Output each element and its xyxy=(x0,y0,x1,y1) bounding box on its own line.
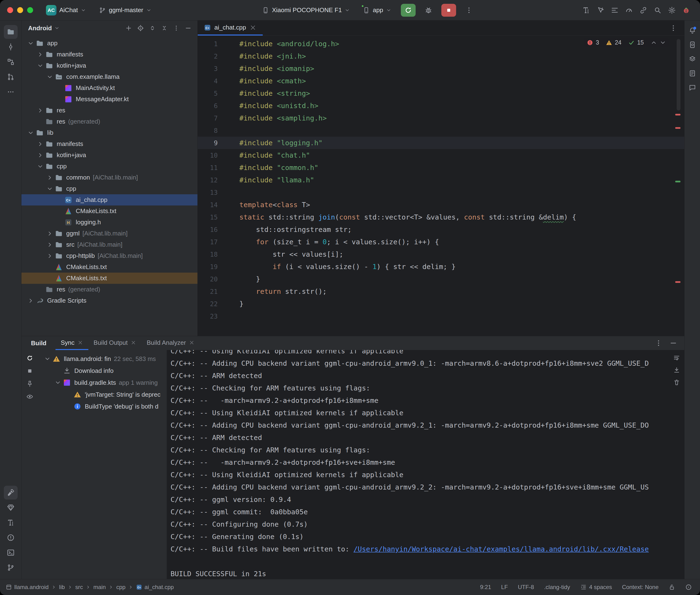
tree-item-src[interactable]: src[AiChat.lib.main] xyxy=(22,239,197,250)
scroll-to-end-button[interactable] xyxy=(671,364,682,376)
build-tree-item-buildtype-debug-is-both-d[interactable]: BuildType 'debug' is both d xyxy=(38,400,167,413)
version-control-tool-button[interactable] xyxy=(4,561,18,574)
inspections-widget[interactable]: 3 24 15 xyxy=(584,38,669,47)
expand-all-button[interactable] xyxy=(147,23,158,34)
device-selector[interactable]: Xiaomi POCOPHONE F1 xyxy=(259,3,353,17)
line-number[interactable]: 14 xyxy=(198,201,226,208)
more-tools-button[interactable] xyxy=(4,85,18,99)
line-number[interactable]: 13 xyxy=(198,189,226,196)
file-encoding[interactable]: UTF-8 xyxy=(518,584,534,591)
file-lock-status[interactable] xyxy=(669,584,675,591)
editor-line[interactable]: 14template<class T> xyxy=(198,199,684,211)
editor-options-button[interactable] xyxy=(667,22,680,34)
chevron-down-icon[interactable] xyxy=(53,379,63,386)
indent-style[interactable]: 4 spaces xyxy=(580,584,612,591)
tree-item-res[interactable]: res(generated) xyxy=(22,284,197,295)
filter-messages-button[interactable] xyxy=(24,391,35,402)
close-tab-button[interactable] xyxy=(131,340,136,345)
breadcrumb-src[interactable]: src xyxy=(75,584,83,591)
commit-tool-button[interactable] xyxy=(4,40,18,54)
tree-item-ggml[interactable]: ggml[AiChat.lib.main] xyxy=(22,228,197,239)
rerun-app-button[interactable] xyxy=(401,4,416,17)
tree-item-cmakelists-txt[interactable]: CMakeLists.txt xyxy=(22,273,197,284)
tree-item-res[interactable]: res xyxy=(22,105,197,116)
line-number[interactable]: 3 xyxy=(198,65,226,73)
status-indicator[interactable] xyxy=(685,584,692,591)
tree-item-logging-h[interactable]: Hlogging.h xyxy=(22,217,197,228)
editor-line[interactable]: 22} xyxy=(198,298,684,310)
chevron-down-icon[interactable] xyxy=(43,355,52,362)
stop-build-button[interactable] xyxy=(24,365,35,377)
search-everywhere-button[interactable] xyxy=(651,4,664,17)
terminal-tool-button[interactable] xyxy=(4,546,18,560)
resource-manager-button[interactable] xyxy=(687,53,698,65)
tree-item-common[interactable]: common[AiChat.lib.main] xyxy=(22,172,197,183)
tree-item-cpp[interactable]: cpp xyxy=(22,183,197,194)
typing-assist-icon[interactable] xyxy=(580,4,593,17)
line-number[interactable]: 2 xyxy=(198,53,226,60)
tree-item-app[interactable]: app xyxy=(22,38,197,49)
line-number[interactable]: 17 xyxy=(198,238,226,246)
chevron-down-icon[interactable] xyxy=(35,163,45,170)
collapse-all-button[interactable] xyxy=(159,23,170,34)
zoom-window-button[interactable] xyxy=(27,7,33,13)
line-number[interactable]: 6 xyxy=(198,102,226,110)
editor-scrollbar[interactable] xyxy=(677,39,680,111)
breadcrumb-llama-android[interactable]: llama.android xyxy=(6,584,49,591)
editor-line[interactable]: 8 xyxy=(198,124,684,137)
line-number[interactable]: 10 xyxy=(198,152,226,159)
logcat-button[interactable] xyxy=(687,67,698,79)
stop-app-button[interactable] xyxy=(441,4,456,17)
line-number[interactable]: 12 xyxy=(198,176,226,184)
breadcrumb-cpp[interactable]: cpp xyxy=(116,584,125,591)
profiler-icon[interactable] xyxy=(622,4,636,17)
hide-project-button[interactable] xyxy=(183,23,194,34)
close-tab-button[interactable] xyxy=(189,340,195,345)
tree-item-cpp[interactable]: cpp xyxy=(22,161,197,172)
inspection-profile[interactable]: .clang-tidy xyxy=(544,584,570,591)
line-number[interactable]: 20 xyxy=(198,276,226,283)
line-number[interactable]: 22 xyxy=(198,300,226,308)
build-tree-item-download-info[interactable]: Download info xyxy=(38,365,167,377)
editor-line[interactable]: 19 if (i < values.size() - 1) { str << d… xyxy=(198,260,684,273)
project-view-mode[interactable]: Android xyxy=(28,25,60,32)
tree-item-ai-chat-cpp[interactable]: C+ai_chat.cpp xyxy=(22,194,197,205)
chevron-right-icon[interactable] xyxy=(45,241,55,248)
tree-item-cpp-httplib[interactable]: cpp-httplib[AiChat.lib.main] xyxy=(22,250,197,261)
problems-tool-button[interactable] xyxy=(4,531,18,544)
more-run-options-button[interactable] xyxy=(462,4,476,17)
chevron-right-icon[interactable] xyxy=(26,297,36,304)
build-tree-item-jvmtarget-string-is-deprec[interactable]: 'jvmTarget: String' is deprec xyxy=(38,389,167,400)
pull-requests-tool-button[interactable] xyxy=(4,70,18,84)
editor-line[interactable]: 20 } xyxy=(198,273,684,285)
line-number[interactable]: 18 xyxy=(198,251,226,258)
app-insights-button[interactable] xyxy=(687,82,698,93)
error-mark[interactable] xyxy=(675,114,680,115)
ai-cursor-icon[interactable] xyxy=(594,4,607,17)
editor-tab-ai-chat-cpp[interactable]: C+ ai_chat.cpp xyxy=(198,21,263,35)
hide-build-button[interactable] xyxy=(667,337,680,349)
editor-line[interactable]: 11#include "common.h" xyxy=(198,162,684,174)
tree-item-gradle-scripts[interactable]: Gradle Scripts xyxy=(22,295,197,306)
add-button[interactable] xyxy=(123,23,134,34)
editor-line[interactable]: 12#include "llama.h" xyxy=(198,174,684,186)
chevron-right-icon[interactable] xyxy=(35,140,45,148)
line-number[interactable]: 11 xyxy=(198,164,226,171)
tree-item-cmakelists-txt[interactable]: CMakeLists.txt xyxy=(22,205,197,217)
tree-item-kotlin-java[interactable]: kotlin+java xyxy=(22,60,197,71)
settings-button[interactable] xyxy=(665,4,678,17)
device-mirroring-icon[interactable] xyxy=(637,4,650,17)
editor-line[interactable]: 21 return str.str(); xyxy=(198,285,684,298)
chevron-right-icon[interactable] xyxy=(45,174,55,181)
editor-line[interactable]: 17 for (size_t i = 0; i < values.size();… xyxy=(198,236,684,248)
project-widget[interactable]: AC AiChat xyxy=(43,3,89,17)
run-configuration-selector[interactable]: app xyxy=(359,3,394,17)
chevron-right-icon[interactable] xyxy=(35,152,45,159)
vcs-mark[interactable] xyxy=(675,181,680,182)
line-number[interactable]: 21 xyxy=(198,288,226,295)
error-mark[interactable] xyxy=(675,127,680,129)
chevron-right-icon[interactable] xyxy=(45,230,55,237)
build-tab-build-output[interactable]: Build Output xyxy=(88,336,141,350)
error-stripe[interactable] xyxy=(675,36,681,336)
chevron-down-icon[interactable] xyxy=(45,73,55,81)
